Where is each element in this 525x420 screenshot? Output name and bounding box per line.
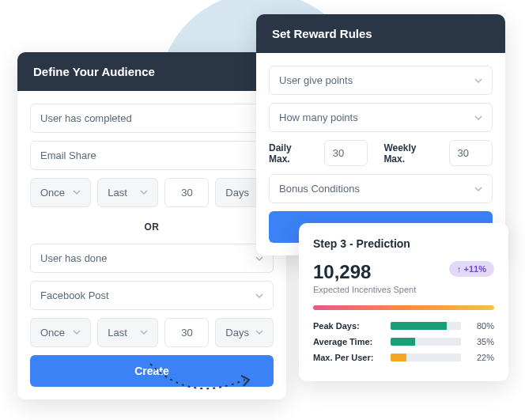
metric-bar-fill: [391, 338, 415, 346]
metric-value: 35%: [469, 337, 494, 346]
chevron-down-icon: [474, 114, 482, 122]
timing-row-2: Once Last 30 Days: [30, 318, 274, 347]
daily-max-input[interactable]: 30: [324, 140, 368, 166]
metric-value: 22%: [469, 353, 494, 362]
metric-bar-track: [391, 354, 461, 361]
window-label-2: Last: [108, 327, 127, 339]
chevron-down-icon: [140, 187, 148, 199]
chevron-down-icon: [474, 185, 482, 193]
count-value-2: 30: [181, 327, 192, 339]
count-value-1: 30: [181, 187, 192, 199]
unit-label-1: Days: [225, 187, 249, 199]
window-select-1[interactable]: Last: [97, 178, 158, 207]
freq-select-1[interactable]: Once: [30, 178, 91, 207]
metric-bar-track: [391, 322, 461, 330]
chevron-down-icon: [474, 77, 482, 85]
action-select-2-label: Facebook Post: [40, 289, 109, 301]
points-type-select[interactable]: User give points: [269, 66, 493, 95]
metric-label: Max. Per User:: [313, 353, 383, 362]
chevron-down-icon: [255, 292, 263, 300]
count-input-1[interactable]: 30: [164, 178, 209, 207]
metric-label: Average Time:: [313, 337, 383, 346]
window-select-2[interactable]: Last: [97, 318, 158, 347]
points-type-label: User give points: [279, 74, 353, 86]
or-divider: OR: [30, 215, 274, 244]
prediction-subtitle: Expected Incentives Spent: [313, 285, 416, 294]
audience-body: User has completed Email Share Once Last…: [17, 91, 286, 399]
condition-select-1[interactable]: User has completed: [30, 104, 274, 133]
bonus-conditions-select[interactable]: Bonus Conditions: [269, 174, 493, 203]
metric-row: Average Time:35%: [313, 337, 494, 346]
prediction-card: Step 3 - Prediction 10,298 Expected Ince…: [299, 223, 508, 381]
weekly-max-input[interactable]: 30: [449, 140, 493, 166]
count-input-2[interactable]: 30: [164, 318, 209, 347]
bonus-conditions-label: Bonus Conditions: [279, 183, 360, 195]
chevron-down-icon: [255, 255, 263, 263]
metrics-list: Peak Days:80%Average Time:35%Max. Per Us…: [313, 321, 494, 362]
metric-bar-fill: [391, 354, 406, 361]
weekly-max-label: Weekly Max.: [383, 142, 439, 165]
action-select-1[interactable]: Email Share: [30, 141, 274, 170]
unit-select-2[interactable]: Days: [215, 318, 274, 347]
delta-value: +11%: [464, 264, 486, 274]
rewards-card: Set Reward Rules User give points How ma…: [256, 14, 505, 255]
action-select-1-label: Email Share: [40, 149, 96, 161]
daily-max-label: Daily Max.: [269, 142, 315, 165]
freq-label-1: Once: [40, 187, 65, 199]
rewards-title: Set Reward Rules: [256, 14, 505, 53]
prediction-title: Step 3 - Prediction: [313, 237, 494, 250]
action-select-2[interactable]: Facebook Post: [30, 281, 274, 310]
chevron-down-icon: [73, 187, 81, 199]
chevron-down-icon: [73, 327, 81, 339]
metric-row: Max. Per User:22%: [313, 353, 494, 362]
condition-select-2-label: User has done: [40, 252, 108, 264]
dotted-arrow-icon: [142, 356, 261, 411]
audience-card: Define Your Audience User has completed …: [17, 52, 286, 399]
metric-label: Peak Days:: [313, 321, 383, 331]
points-amount-label: How many points: [279, 112, 358, 123]
max-row: Daily Max. 30 Weekly Max. 30: [269, 140, 493, 166]
chevron-down-icon: [140, 327, 148, 339]
audience-title: Define Your Audience: [17, 52, 286, 91]
metric-value: 80%: [469, 321, 494, 331]
unit-label-2: Days: [225, 327, 249, 339]
condition-select-2[interactable]: User has done: [30, 244, 274, 273]
prediction-summary: 10,298 Expected Incentives Spent ↑ +11%: [313, 261, 494, 294]
gradient-bar: [313, 305, 494, 310]
metric-bar-track: [391, 338, 461, 346]
prediction-value: 10,298: [313, 261, 416, 283]
freq-select-2[interactable]: Once: [30, 318, 91, 347]
delta-badge: ↑ +11%: [449, 261, 494, 277]
window-label-1: Last: [108, 187, 127, 199]
timing-row-1: Once Last 30 Days: [30, 178, 274, 207]
metric-bar-fill: [391, 322, 447, 330]
points-amount-select[interactable]: How many points: [269, 103, 493, 132]
condition-select-1-label: User has completed: [40, 112, 132, 124]
chevron-down-icon: [255, 327, 263, 339]
metric-row: Peak Days:80%: [313, 321, 494, 331]
freq-label-2: Once: [40, 327, 65, 339]
arrow-up-icon: ↑: [457, 264, 462, 274]
